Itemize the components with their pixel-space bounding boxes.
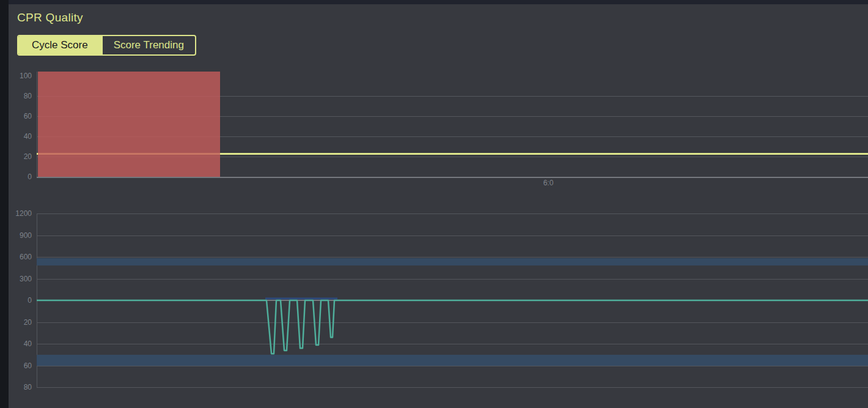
x-tick-label: 6:0 [536, 179, 561, 187]
y-tick-label: 300 [5, 275, 32, 283]
y-tick-label: 0 [5, 172, 32, 181]
y-tick-label: 80 [5, 92, 32, 100]
plot-left-axis [37, 72, 37, 177]
y-tick-label: 20 [5, 318, 32, 327]
charts-area: 1008060402006:01200900600300020406080 [0, 0, 868, 408]
y-tick-label: 0 [5, 296, 32, 305]
y-tick-label: 60 [5, 362, 32, 370]
cycle-score-region [38, 72, 220, 177]
y-tick-label: 900 [5, 231, 32, 240]
compression-depth-trace [37, 300, 868, 354]
y-tick-label: 60 [5, 112, 32, 121]
y-tick-label: 1200 [5, 209, 32, 218]
y-tick-label: 600 [5, 253, 32, 261]
y-tick-label: 20 [5, 152, 32, 161]
y-tick-label: 80 [5, 383, 32, 391]
y-tick-label: 100 [5, 72, 32, 80]
y-tick-label: 40 [5, 132, 32, 141]
x-axis-line [37, 177, 868, 178]
depth-ventilation-traces [37, 213, 868, 388]
cpr-quality-panel: CPR Quality Cycle Score Score Trending 1… [0, 0, 868, 408]
y-tick-label: 40 [5, 339, 32, 348]
